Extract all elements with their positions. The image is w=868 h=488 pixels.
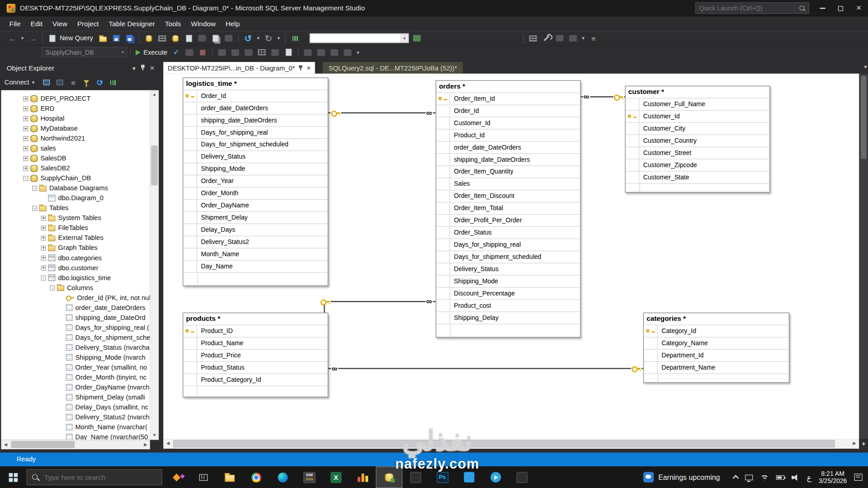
minimize-button[interactable] [813, 0, 831, 17]
expander-icon[interactable]: - [41, 275, 46, 280]
volume-tray-icon[interactable] [792, 474, 800, 481]
table-column-row[interactable]: order_date_DateOrders [183, 102, 328, 114]
object-explorer-vscrollbar[interactable]: ▲ ▼ [150, 90, 159, 440]
new-query-button[interactable]: New Query [60, 34, 93, 42]
taskbar-clock[interactable]: 8:21 AM 3/25/2026 [819, 470, 847, 484]
tree-item[interactable]: +SalesDB [1, 153, 150, 163]
table-column-row[interactable]: Days_for_shipping_real [436, 239, 580, 251]
action-center-icon[interactable] [854, 474, 862, 481]
tree-item[interactable]: Delivery_Status (nvarcha [1, 343, 150, 352]
editor-icon[interactable] [554, 33, 566, 43]
table-column-row[interactable]: Customer_Id [436, 117, 580, 129]
object-explorer-tree[interactable]: +DEPI_PROJECT+ERD+Hospital+MyDatabase+No… [1, 90, 150, 440]
taskbar-app-excel[interactable]: X [323, 466, 349, 488]
menu-item-view[interactable]: View [47, 17, 72, 31]
scroll-down-icon[interactable]: ▼ [150, 431, 159, 440]
tree-item[interactable]: -dbo.logistics_time [1, 273, 150, 283]
tree-item[interactable]: Order_Year (smallint, no [1, 362, 150, 372]
expander-icon[interactable]: + [41, 235, 46, 240]
taskbar-app-edge[interactable] [269, 466, 296, 488]
tree-item[interactable]: dbo.Diagram_0 [1, 193, 150, 203]
taskbar-search-input[interactable] [43, 473, 157, 482]
table-column-row[interactable]: Category_Id [644, 325, 789, 337]
paste-icon[interactable] [222, 33, 235, 43]
close-tab-icon[interactable] [307, 64, 311, 72]
tree-item[interactable]: order_date_DateOrders [1, 303, 150, 313]
table-column-row[interactable]: Discount_Percentage [436, 287, 580, 300]
taskbar-search[interactable] [27, 469, 162, 485]
table-column-row[interactable]: Day_Name [183, 260, 328, 272]
object-explorer-hscrollbar[interactable]: ◀ ▶ [1, 440, 150, 449]
taskbar-app-photoshop[interactable]: Ps [429, 466, 456, 488]
expander-icon[interactable]: + [23, 96, 28, 101]
tree-item[interactable]: -Tables [1, 203, 150, 213]
expander-icon[interactable]: + [23, 106, 28, 111]
expander-icon[interactable]: + [41, 245, 46, 250]
scrollbar-thumb[interactable] [11, 441, 75, 448]
parse-icon[interactable] [170, 47, 182, 57]
diagram-canvas[interactable]: logistics_time *Order_Idorder_date_DateO… [163, 74, 859, 439]
outdent-icon[interactable] [342, 47, 354, 57]
expander-icon[interactable]: + [41, 216, 46, 221]
database-icon[interactable] [143, 33, 155, 43]
redo-icon[interactable]: ↻ [262, 33, 274, 43]
table-column-row[interactable]: Delivery_Status [436, 263, 580, 275]
menu-item-file[interactable]: File [5, 17, 26, 31]
table-column-row[interactable]: Department_Name [644, 361, 789, 374]
table-column-row[interactable]: Delivery_Status [183, 150, 328, 163]
expander-icon[interactable]: + [23, 166, 28, 171]
relationship-line[interactable] [328, 113, 436, 113]
results-text-icon[interactable] [269, 47, 282, 57]
toolbar-combobox[interactable] [310, 33, 409, 43]
expander-icon[interactable]: - [23, 176, 28, 181]
expander-icon[interactable]: + [41, 265, 46, 270]
toolbar-combobox-input[interactable] [310, 34, 401, 43]
expander-icon[interactable]: - [50, 285, 55, 290]
taskbar-app-vscode[interactable] [456, 466, 482, 488]
open-file-icon[interactable] [97, 33, 109, 43]
language-indicator[interactable]: ع [807, 473, 811, 482]
table-column-row[interactable]: Order_Id [436, 104, 580, 117]
menu-item-help[interactable]: Help [221, 17, 245, 31]
tree-item[interactable]: +SalesDB2 [1, 163, 150, 173]
undo-icon[interactable]: ↺ [242, 33, 254, 43]
menu-item-table-designer[interactable]: Table Designer [104, 17, 160, 31]
table-column-row[interactable]: Shipping_Mode [183, 163, 328, 175]
table-column-row[interactable]: Shipment_Delay [183, 211, 328, 224]
expander-icon[interactable]: + [41, 255, 46, 260]
taskbar-app-assistant[interactable] [163, 466, 190, 488]
table-node-customer[interactable]: customer *Customer_Full_NameCustomer_IdC… [625, 86, 770, 192]
activity-monitor-icon[interactable] [107, 77, 119, 88]
table-column-row[interactable]: Shipping_Delay [436, 311, 580, 324]
menu-item-tools[interactable]: Tools [160, 17, 186, 31]
expander-icon[interactable]: + [23, 126, 28, 131]
table-column-row[interactable]: Product_Status [183, 361, 328, 374]
scroll-up-icon[interactable]: ▲ [150, 90, 159, 99]
tree-item[interactable]: Order_DayName (nvarch [1, 382, 150, 392]
query-options-icon[interactable] [216, 47, 228, 57]
tree-item[interactable]: Shipment_Delay (smalli [1, 392, 150, 402]
network-tray-icon[interactable] [760, 474, 769, 481]
execute-button[interactable]: Execute [136, 48, 167, 56]
scroll-right-icon[interactable]: ▶ [141, 440, 150, 449]
table-column-row[interactable]: Category_Name [644, 337, 789, 349]
tree-item[interactable]: +Hospital [1, 113, 150, 123]
tree-item[interactable]: Shipping_Mode (nvarch [1, 352, 150, 362]
table-column-row[interactable]: Product_Price [183, 349, 328, 361]
diagram-hscrollbar[interactable]: ◀ ▶ [163, 439, 859, 449]
tree-item[interactable]: +FileTables [1, 223, 150, 233]
wrench-icon[interactable] [540, 33, 552, 43]
tab-diagram[interactable]: DESKTOP-MT225IP\...in_DB - Diagram_0* [163, 62, 315, 74]
close-button[interactable] [850, 0, 868, 17]
expander-icon[interactable]: + [23, 136, 28, 141]
table-column-row[interactable]: Order_Item_Total [436, 202, 580, 214]
save-icon[interactable] [110, 33, 123, 43]
diagram-vscrollbar[interactable] [859, 74, 868, 439]
refresh-icon[interactable] [94, 77, 106, 88]
indent-icon[interactable] [329, 47, 341, 57]
tree-item[interactable]: Days_for_shipment_sche [1, 333, 150, 343]
table-node-orders[interactable]: orders *Order_Item_IdOrder_IdCustomer_Id… [436, 80, 581, 338]
tree-item[interactable]: +MyDatabase [1, 123, 150, 133]
taskbar-app-ssms-active[interactable] [376, 466, 402, 488]
table-node-logistics_time[interactable]: logistics_time *Order_Idorder_date_DateO… [183, 77, 328, 286]
